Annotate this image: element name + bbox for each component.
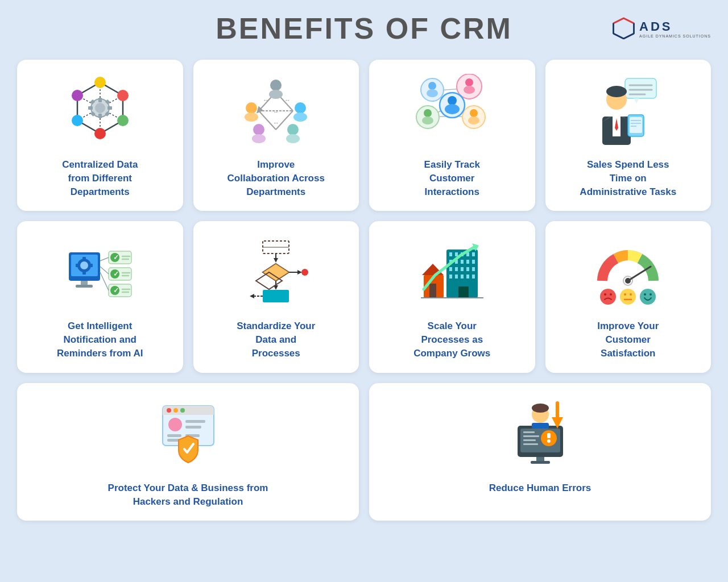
svg-rect-102: [76, 285, 93, 288]
svg-rect-24: [107, 106, 112, 110]
header: BENEFITS OF CRM ADS AGILE DYNAMICS SOLUT…: [17, 11, 711, 45]
svg-rect-150: [466, 267, 469, 271]
svg-point-61: [428, 82, 436, 90]
growth-chart-icon: [415, 235, 489, 309]
error-person-icon: [503, 397, 577, 471]
card-centralized-data: Centralized Datafrom DifferentDepartment…: [17, 60, 183, 211]
svg-point-74: [445, 104, 460, 114]
card-intelligent-notification: ✓ ✓ ✓ Get IntelligentNot: [17, 221, 183, 372]
svg-point-71: [468, 117, 479, 124]
card-improve-collaboration: ↔ ↔ ↔ ↔ ImproveCollaboration AcrossDepar…: [193, 60, 359, 211]
card-intelligent-notification-label: Get IntelligentNotification andReminders…: [57, 319, 143, 360]
svg-rect-199: [531, 461, 550, 464]
svg-rect-196: [547, 433, 551, 438]
svg-point-180: [173, 408, 178, 413]
svg-line-2: [624, 18, 634, 23]
svg-point-67: [424, 109, 432, 117]
svg-point-181: [180, 408, 185, 413]
svg-point-73: [448, 96, 457, 105]
svg-rect-192: [523, 435, 539, 437]
svg-rect-151: [472, 267, 475, 271]
svg-line-6: [624, 34, 634, 39]
svg-point-167: [604, 293, 606, 296]
card-reduce-errors: Reduce Human Errors: [369, 383, 711, 521]
svg-point-40: [270, 80, 282, 91]
svg-text:✓: ✓: [113, 286, 119, 294]
svg-line-119: [100, 267, 109, 274]
svg-point-171: [630, 293, 632, 296]
svg-rect-149: [461, 267, 464, 271]
svg-rect-157: [458, 286, 469, 298]
svg-marker-128: [297, 270, 302, 275]
svg-rect-185: [167, 434, 181, 437]
svg-rect-22: [98, 114, 102, 118]
card-standardize-data: Standardize YourData andProcesses: [193, 221, 359, 372]
card-reduce-errors-label: Reduce Human Errors: [489, 481, 592, 495]
svg-rect-141: [472, 252, 475, 256]
svg-rect-144: [461, 260, 464, 264]
svg-text:✓: ✓: [113, 270, 119, 278]
logo-icon: [611, 16, 636, 41]
people-network-icon: ↔ ↔ ↔ ↔: [239, 74, 313, 148]
svg-rect-145: [466, 260, 469, 264]
svg-rect-198: [536, 457, 544, 462]
svg-point-47: [252, 134, 266, 143]
card-customer-satisfaction: Improve YourCustomerSatisfaction: [545, 221, 712, 372]
svg-point-175: [650, 293, 652, 296]
svg-marker-126: [263, 264, 289, 281]
card-scale-processes: Scale YourProcesses asCompany Grows: [369, 221, 535, 372]
ai-checklist-icon: ✓ ✓ ✓: [63, 235, 137, 309]
svg-point-64: [465, 78, 473, 86]
card-easily-track: Easily TrackCustomerInteractions: [369, 60, 535, 211]
svg-rect-152: [449, 275, 452, 278]
svg-rect-156: [472, 275, 475, 278]
svg-rect-183: [185, 420, 205, 423]
svg-point-42: [246, 102, 257, 114]
svg-rect-99: [76, 264, 80, 267]
card-scale-processes-label: Scale YourProcesses asCompany Grows: [413, 319, 490, 360]
svg-point-44: [295, 102, 306, 114]
svg-point-46: [253, 124, 264, 135]
card-standardize-data-label: Standardize YourData andProcesses: [237, 319, 315, 360]
svg-point-179: [167, 408, 171, 413]
svg-rect-202: [532, 423, 549, 429]
svg-rect-153: [455, 275, 458, 278]
svg-point-68: [422, 117, 433, 124]
svg-rect-132: [263, 290, 289, 302]
svg-point-165: [625, 278, 631, 284]
svg-rect-155: [466, 275, 469, 278]
hex-network-icon: [63, 74, 137, 148]
svg-marker-124: [274, 258, 278, 263]
svg-rect-23: [88, 106, 93, 110]
logo: ADS AGILE DYNAMICS SOLUTIONS: [611, 16, 711, 41]
bottom-grid: Protect Your Data & Business fromHackers…: [17, 383, 711, 521]
bubble-network-icon: [415, 74, 489, 148]
svg-rect-100: [89, 264, 93, 267]
card-centralized-data-label: Centralized Datafrom DifferentDepartment…: [62, 158, 138, 198]
svg-marker-134: [250, 294, 254, 298]
svg-rect-98: [82, 271, 86, 275]
svg-rect-146: [472, 260, 475, 264]
svg-text:↔: ↔: [284, 97, 291, 103]
svg-line-118: [100, 257, 109, 261]
svg-text:↔: ↔: [263, 97, 269, 103]
svg-rect-138: [455, 252, 458, 256]
svg-point-33: [72, 115, 83, 126]
svg-line-120: [100, 272, 109, 290]
shield-screen-icon: [151, 397, 225, 471]
svg-rect-89: [630, 117, 642, 133]
flowchart-icon: [239, 235, 313, 309]
speedometer-emoji-icon: [591, 235, 665, 309]
svg-point-166: [600, 289, 616, 305]
svg-point-169: [620, 289, 636, 305]
svg-point-174: [644, 293, 646, 296]
svg-point-31: [117, 115, 129, 126]
svg-rect-21: [98, 98, 102, 102]
svg-point-170: [624, 293, 626, 296]
svg-point-62: [427, 89, 438, 97]
svg-point-43: [245, 113, 258, 122]
svg-point-201: [532, 404, 549, 413]
svg-rect-194: [523, 443, 538, 445]
card-protect-data-label: Protect Your Data & Business fromHackers…: [108, 481, 268, 509]
svg-rect-75: [625, 78, 656, 98]
